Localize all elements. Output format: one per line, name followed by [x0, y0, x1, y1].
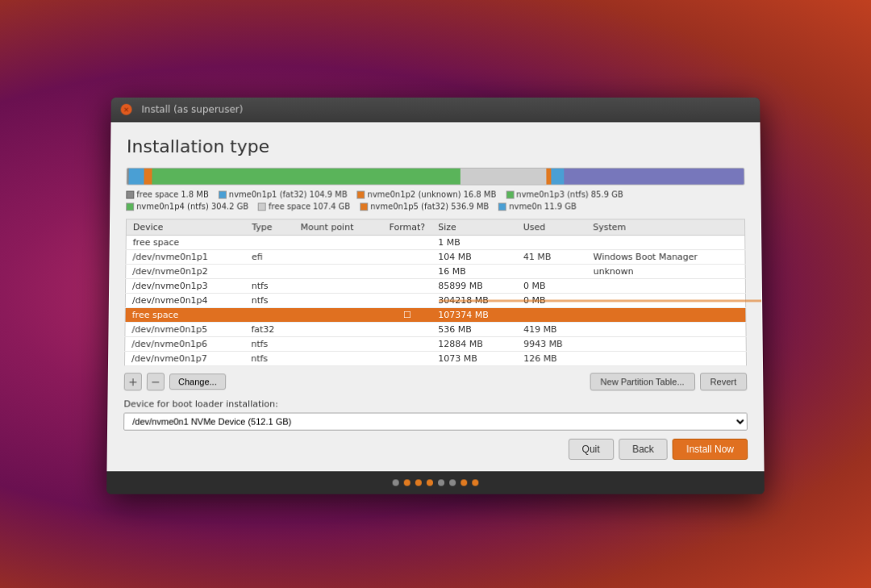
dot-7	[461, 479, 467, 486]
cell-format	[383, 249, 432, 264]
legend-p6: nvme0n 11.9 GB	[498, 202, 577, 211]
legend-label-free2: free space	[269, 202, 310, 211]
legend-label-p2: nvme0n1p2 (unknown)	[368, 190, 461, 198]
quit-button[interactable]: Quit	[568, 438, 613, 459]
seg-p1	[129, 168, 144, 184]
cell-used: 41 MB	[517, 249, 587, 264]
page-title: Installation type	[127, 136, 744, 156]
table-row[interactable]: /dev/nvme0n1p6 ntfs 12884 MB 9943 MB	[125, 336, 747, 351]
legend-label-p5: nvme0n1p5 (fat32)	[370, 202, 448, 211]
main-content: Installation type free space 1.8 MB nvme…	[106, 122, 764, 471]
legend-p1: nvme0n1p1 (fat32) 104.9 MB	[219, 190, 348, 198]
install-now-button[interactable]: Install Now	[673, 438, 748, 459]
col-system: System	[586, 219, 744, 235]
legend-label-p6: nvme0n	[509, 202, 542, 211]
boot-loader-section: Device for boot loader installation: /de…	[123, 398, 748, 430]
legend-color-free2	[258, 202, 266, 210]
table-row-selected[interactable]: free space ☐ 107374 MB	[125, 307, 746, 322]
cell-mount	[294, 336, 383, 351]
legend-p2: nvme0n1p2 (unknown) 16.8 MB	[357, 190, 497, 198]
cell-system	[587, 322, 746, 336]
legend-label-p1: nvme0n1p1 (fat32)	[229, 190, 307, 198]
legend-free1: free space 1.8 MB	[126, 190, 209, 198]
cell-mount	[294, 249, 382, 264]
cell-used	[517, 307, 587, 322]
cell-device: /dev/nvme0n1p5	[125, 322, 245, 336]
legend-size-free1: 1.8 MB	[181, 190, 209, 198]
cell-size: 12884 MB	[431, 336, 517, 351]
cell-format	[383, 278, 432, 293]
cell-device: free space	[125, 307, 244, 322]
cell-mount	[294, 235, 382, 249]
remove-partition-button[interactable]: −	[147, 373, 165, 390]
cell-format	[382, 336, 431, 351]
legend-color-p4	[126, 202, 134, 210]
change-partition-button[interactable]: Change...	[169, 373, 226, 390]
table-row[interactable]: /dev/nvme0n1p5 fat32 536 MB 419 MB	[125, 322, 746, 336]
table-row[interactable]: /dev/nvme0n1p3 ntfs 85899 MB 0 MB	[126, 278, 746, 293]
cell-device: /dev/nvme0n1p4	[125, 293, 244, 307]
cell-device: /dev/nvme0n1p3	[126, 278, 245, 293]
cell-format: ☐	[383, 307, 432, 322]
back-button[interactable]: Back	[619, 438, 668, 459]
cell-type: ntfs	[245, 293, 294, 307]
cell-system	[587, 336, 746, 351]
legend-size-p3: 85.9 GB	[591, 190, 623, 198]
cell-size: 104 MB	[431, 249, 517, 264]
dot-4	[427, 479, 433, 486]
table-row[interactable]: /dev/nvme0n1p7 ntfs 1073 MB 126 MB	[125, 351, 747, 365]
cell-type: ntfs	[244, 351, 294, 365]
legend-color-p6	[498, 202, 506, 210]
legend-size-p4: 304.2 GB	[211, 202, 248, 211]
cell-system	[587, 307, 746, 322]
installer-window: × Install (as superuser) Installation ty…	[106, 97, 765, 494]
cell-system	[586, 235, 745, 249]
cell-size: 16 MB	[431, 264, 517, 278]
table-row[interactable]: /dev/nvme0n1p2 16 MB unknown	[126, 264, 746, 278]
table-row[interactable]: /dev/nvme0n1p1 efi 104 MB 41 MB Windows …	[126, 249, 745, 264]
window-title: Install (as superuser)	[141, 103, 243, 115]
col-device: Device	[126, 219, 245, 235]
col-mount: Mount point	[294, 219, 383, 235]
table-row[interactable]: /dev/nvme0n1p4 ntfs 304218 MB 0 MB	[125, 293, 745, 307]
legend-size-p6: 11.9 GB	[544, 202, 577, 211]
legend-size-p1: 104.9 MB	[310, 190, 348, 198]
legend-p3: nvme0n1p3 (ntfs) 85.9 GB	[506, 190, 623, 198]
legend-size-free2: 107.4 GB	[313, 202, 350, 211]
boot-loader-select[interactable]: /dev/nvme0n1 NVMe Device (512.1 GB)	[123, 412, 748, 430]
cell-mount	[294, 278, 382, 293]
cell-format	[383, 235, 432, 249]
dot-2	[404, 479, 410, 486]
boot-loader-row: /dev/nvme0n1 NVMe Device (512.1 GB)	[123, 412, 748, 430]
legend-p5: nvme0n1p5 (fat32) 536.9 MB	[360, 202, 489, 211]
table-row[interactable]: free space 1 MB	[126, 235, 745, 249]
cell-type	[245, 235, 294, 249]
cell-used	[517, 235, 587, 249]
seg-free2	[461, 168, 547, 184]
dot-6	[449, 479, 456, 486]
cell-format	[382, 351, 431, 365]
cell-system: unknown	[587, 264, 746, 278]
cell-size: 1 MB	[431, 235, 517, 249]
legend-color-p5	[360, 202, 368, 210]
cell-size: 107374 MB	[431, 307, 517, 322]
titlebar: × Install (as superuser)	[111, 97, 761, 122]
cell-used: 0 MB	[517, 278, 587, 293]
cell-size: 536 MB	[431, 322, 517, 336]
add-partition-button[interactable]: +	[124, 373, 142, 390]
revert-button[interactable]: Revert	[700, 373, 748, 390]
legend-label-free1: free space	[136, 190, 178, 198]
legend-free2: free space 107.4 GB	[258, 202, 350, 211]
new-partition-table-button[interactable]: New Partition Table...	[590, 373, 694, 390]
legend-size-p5: 536.9 MB	[451, 202, 489, 211]
boot-loader-label: Device for boot loader installation:	[123, 398, 747, 409]
partition-legend: free space 1.8 MB nvme0n1p1 (fat32) 104.…	[126, 190, 745, 211]
cell-format	[383, 264, 432, 278]
close-button[interactable]: ×	[121, 103, 132, 115]
legend-label-p4: nvme0n1p4 (ntfs)	[136, 202, 209, 211]
cell-device: free space	[126, 235, 245, 249]
cell-device: /dev/nvme0n1p2	[126, 264, 245, 278]
seg-p2	[144, 168, 152, 184]
cell-type: ntfs	[244, 336, 294, 351]
seg-p4	[226, 168, 461, 184]
